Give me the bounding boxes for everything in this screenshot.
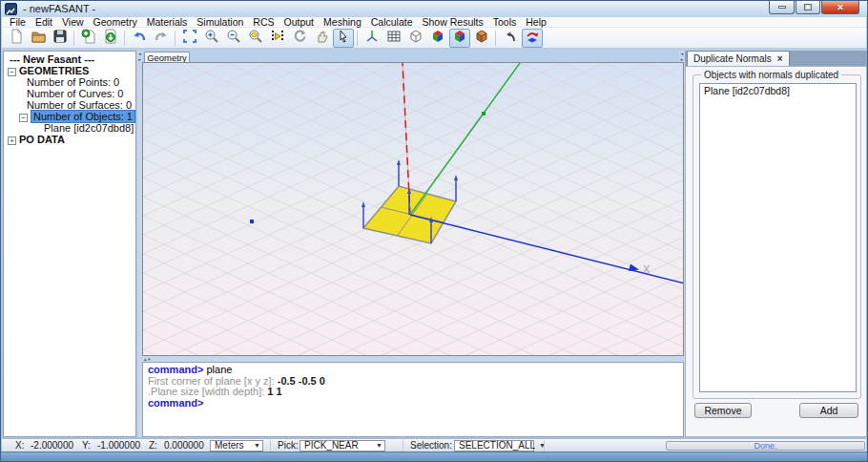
center-view-icon [270,29,285,48]
center-view-button[interactable] [267,29,288,48]
menu-edit[interactable]: Edit [31,17,57,28]
console-prompt-line[interactable]: command> [148,398,678,410]
remove-button[interactable]: Remove [694,403,752,418]
tree-item-plane[interactable]: Plane [id2c07dbd8] [44,122,134,134]
menu-geometry[interactable]: Geometry [89,17,142,28]
tab-duplicate-normals[interactable]: Duplicate Normals × [687,51,790,66]
tree-item-curves[interactable]: Number of Curves: 0 [27,88,123,99]
command-console[interactable]: command> plane First corner of plane [x … [142,362,684,437]
coord-y-value: -1.000000 [97,440,140,452]
chevron-down-icon: ▼ [254,441,260,451]
redo-icon [154,29,169,48]
import-button[interactable] [100,29,121,48]
open-button[interactable] [28,29,49,48]
toolbar-separator [495,31,496,46]
save-button[interactable] [50,29,71,48]
menu-bar: File Edit View Geometry Materials Simula… [2,17,866,28]
redo-button[interactable] [151,29,172,48]
rotate-view-icon [292,29,307,48]
page-download-icon [103,29,118,48]
collapse-icon[interactable]: − [8,68,16,76]
save-icon [52,29,68,48]
menu-help[interactable]: Help [521,17,551,28]
menu-file[interactable]: File [5,17,31,28]
units-dropdown[interactable]: Meters▼ [210,440,263,452]
minimize-button[interactable] [769,1,795,14]
grid-icon [386,29,402,48]
tree-item-points[interactable]: Number of Points: 0 [27,76,119,88]
menu-calculate[interactable]: Calculate [366,17,418,28]
tree-item-po-data[interactable]: +PO DATA [8,134,65,145]
tab-close-icon[interactable]: × [777,54,783,64]
select-button[interactable] [333,29,354,48]
collapse-icon[interactable]: − [19,114,28,122]
new-project-button[interactable] [78,29,99,48]
rgb-cube-icon [430,29,445,48]
coord-z-label: Z: [149,440,157,452]
close-button[interactable]: ✕ [821,1,859,14]
show-normals-button[interactable] [500,29,521,48]
menu-rcs[interactable]: RCS [248,17,279,28]
zoom-window-icon [248,29,263,48]
toolbar-separator [357,31,358,46]
selection-dropdown[interactable]: SELECTION_ALL▼ [454,440,534,452]
zoom-out-button[interactable] [223,29,244,48]
selected-tree-label: Number of Objects: 1 [31,110,135,123]
shaded-mode-button[interactable] [427,29,448,48]
viewport-container: X [142,62,684,356]
main-toolbar [2,28,866,49]
menu-view[interactable]: View [57,17,89,28]
toolbar-separator [73,31,74,46]
3d-viewport-canvas[interactable]: X [143,63,683,355]
pan-hand-icon [314,29,329,48]
tree-root[interactable]: --- New Fasant --- [10,53,94,65]
undo-button[interactable] [129,29,150,48]
selection-label: Selection: [410,440,452,452]
new-file-button[interactable] [6,29,27,48]
menu-meshing[interactable]: Meshing [319,17,366,28]
minimize-icon [778,6,786,9]
progress-bar: Done. [666,441,865,451]
tree-item-objects[interactable]: −Number of Objects: 1 [19,111,135,122]
menu-output[interactable]: Output [279,17,320,28]
menu-tools[interactable]: Tools [488,17,522,28]
menu-show-results[interactable]: Show Results [418,17,488,28]
grid-view-button[interactable] [383,29,404,48]
rotate-view-button[interactable] [289,29,310,48]
chevron-down-icon: ▼ [376,441,382,451]
green-axis-point [482,112,486,116]
pick-dropdown[interactable]: PICK_NEAR▼ [300,440,385,452]
objects-listbox[interactable]: Plane [id2c07dbd8] [699,83,857,392]
project-tree-panel: --- New Fasant --- −GEOMETRIES Number of… [3,51,136,437]
coord-x-label: X: [15,440,24,452]
point-marker[interactable] [250,220,254,223]
close-icon: ✕ [837,3,844,12]
zoom-window-button[interactable] [245,29,266,48]
x-axis-label: X [643,263,651,275]
status-separator [270,440,271,452]
list-item[interactable]: Plane [id2c07dbd8] [700,84,856,97]
pick-value: PICK_NEAR [304,441,359,451]
menu-simulation[interactable]: Simulation [192,17,248,28]
objects-groupbox: Objects with normals duplicated Plane [i… [692,74,861,399]
menu-materials[interactable]: Materials [142,17,193,28]
maximize-button[interactable] [796,1,820,14]
select-cursor-icon [336,29,351,48]
duplicate-normals-button[interactable] [522,29,543,48]
zoom-in-button[interactable] [201,29,222,48]
tree-item-geometries[interactable]: −GEOMETRIES [8,65,89,76]
shaded-mode-active-button[interactable] [449,29,470,48]
solid-cube-icon [474,29,489,48]
pan-button[interactable] [311,29,332,48]
solid-mode-button[interactable] [471,29,492,48]
expand-icon[interactable]: + [8,136,16,145]
wireframe-mode-button[interactable] [405,29,426,48]
title-bar[interactable]: - newFASANT - ✕ [1,1,867,17]
rgb-cube-icon [452,29,467,48]
axes-view-button[interactable] [362,29,382,48]
fit-view-button[interactable] [179,29,200,48]
show-normals-icon [503,29,518,48]
add-button[interactable]: Add [799,403,858,418]
axes-icon [364,29,380,48]
coord-x-value: -2.000000 [31,440,73,452]
